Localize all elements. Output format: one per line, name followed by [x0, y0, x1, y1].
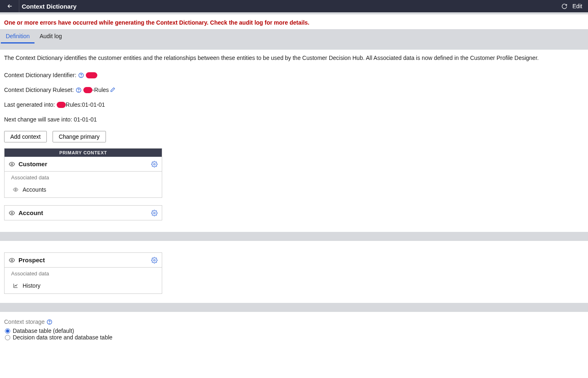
section-divider	[0, 232, 588, 241]
edit-link[interactable]: Edit	[572, 2, 583, 10]
last-gen-value-suffix: Rules:01-01-01	[66, 101, 105, 108]
redacted-value	[83, 87, 92, 93]
redacted-value	[86, 72, 97, 78]
radio-input[interactable]	[5, 328, 10, 334]
eye-icon	[9, 210, 15, 216]
radio-label: Decision data store and database table	[13, 334, 113, 341]
svg-point-7	[11, 212, 13, 214]
storage-label-row: Context storage	[4, 318, 584, 325]
storage-option-dds[interactable]: Decision data store and database table	[5, 334, 584, 341]
gear-icon	[151, 161, 158, 167]
context-card-customer: PRIMARY CONTEXT Customer Associated data…	[4, 148, 162, 198]
primary-context-header: PRIMARY CONTEXT	[5, 149, 162, 157]
separator	[19, 0, 19, 12]
eye-icon	[9, 257, 15, 263]
svg-point-4	[11, 163, 13, 165]
change-primary-button[interactable]: Change primary	[53, 131, 106, 142]
tabs-strip: Definition Audit log	[0, 29, 588, 50]
associated-item-label: History	[23, 282, 41, 289]
svg-point-3	[78, 91, 79, 92]
gear-icon	[151, 210, 158, 216]
back-button[interactable]	[3, 1, 16, 11]
pencil-icon	[110, 87, 115, 93]
description-text: The Context Dictionary identifies the cu…	[4, 54, 584, 62]
field-last-generated: Last generated into: Rules:01-01-01	[4, 101, 584, 108]
ruleset-label: Context Dictionary Ruleset:	[4, 87, 74, 93]
associated-item-label: Accounts	[23, 186, 46, 193]
button-row: Add context Change primary	[4, 131, 584, 142]
card-title: Prospect	[18, 257, 45, 263]
associated-data-item: History	[5, 279, 162, 293]
tab-audit-log[interactable]: Audit log	[34, 29, 67, 42]
refresh-button[interactable]	[560, 2, 569, 11]
field-next-save: Next change will save into: 01-01-01	[4, 116, 584, 123]
refresh-icon	[561, 3, 567, 9]
associated-data-label: Associated data	[5, 267, 162, 279]
radio-label: Database table (default)	[13, 328, 74, 334]
field-identifier: Context Dictionary Identifier:	[4, 72, 584, 78]
redacted-value	[57, 102, 66, 108]
ruleset-value-suffix: -Rules	[92, 87, 109, 93]
radio-input[interactable]	[5, 335, 10, 340]
help-icon[interactable]	[78, 72, 84, 78]
add-context-button[interactable]: Add context	[4, 131, 47, 142]
eye-icon	[9, 161, 15, 167]
svg-point-6	[15, 189, 16, 191]
card-title: Customer	[18, 160, 47, 167]
page-title: Context Dictionary	[22, 3, 76, 10]
help-icon[interactable]	[46, 319, 53, 325]
arrow-left-icon	[7, 3, 13, 9]
field-ruleset: Context Dictionary Ruleset: -Rules	[4, 87, 584, 93]
last-gen-label: Last generated into:	[4, 101, 55, 108]
help-icon[interactable]	[76, 87, 82, 93]
edit-ruleset-button[interactable]	[110, 87, 115, 93]
next-save-label: Next change will save into:	[4, 116, 72, 123]
section-divider	[0, 303, 588, 312]
card-settings-button[interactable]	[151, 210, 158, 216]
tab-definition[interactable]: Definition	[1, 29, 34, 44]
svg-point-8	[154, 212, 155, 214]
context-card-prospect: Prospect Associated data History	[4, 252, 162, 294]
context-card-account: Account	[4, 205, 162, 220]
error-banner: One or more errors have occurred while g…	[0, 14, 588, 29]
next-save-value: 01-01-01	[74, 116, 97, 123]
svg-point-9	[11, 259, 13, 261]
associated-data-item: Accounts	[5, 183, 162, 197]
card-title: Account	[18, 209, 43, 216]
chart-icon	[13, 283, 18, 289]
app-bar: Context Dictionary Edit	[0, 0, 588, 12]
svg-point-1	[81, 76, 81, 77]
eye-icon	[13, 187, 18, 192]
identifier-label: Context Dictionary Identifier:	[4, 72, 76, 78]
svg-point-10	[154, 259, 155, 261]
card-settings-button[interactable]	[151, 257, 158, 263]
card-settings-button[interactable]	[151, 161, 158, 167]
associated-data-label: Associated data	[5, 171, 162, 183]
storage-label: Context storage	[4, 318, 45, 325]
gear-icon	[151, 257, 158, 263]
storage-option-database[interactable]: Database table (default)	[5, 328, 584, 334]
svg-point-12	[49, 323, 50, 323]
svg-point-5	[154, 163, 155, 165]
